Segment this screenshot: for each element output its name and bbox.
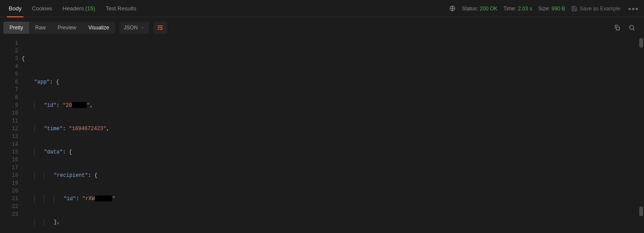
response-header-bar: Body Cookies Headers(15) Test Results St… (0, 0, 644, 17)
wrap-icon (157, 24, 164, 31)
tab-test-results[interactable]: Test Results (100, 0, 142, 17)
line-number: 19 (0, 179, 18, 187)
view-pretty[interactable]: Pretty (3, 22, 29, 34)
line-number: 11 (0, 117, 18, 125)
line-number: 3 (0, 55, 18, 63)
response-editor: 1234567891011121314151617181920212223 { … (0, 38, 644, 232)
line-number: 12 (0, 125, 18, 133)
status-code: Status: 200 OK (462, 6, 497, 12)
view-preview[interactable]: Preview (52, 22, 82, 34)
more-actions-icon[interactable]: ●●● (626, 6, 641, 12)
redacted (72, 102, 87, 108)
search-icon[interactable] (628, 24, 635, 31)
line-number: 16 (0, 156, 18, 164)
chevron-down-icon (140, 26, 145, 30)
view-visualize[interactable]: Visualize (82, 22, 115, 34)
save-as-example-button[interactable]: Save as Example (571, 6, 620, 12)
line-number: 22 (0, 203, 18, 211)
line-number: 9 (0, 102, 18, 109)
redacted (95, 195, 112, 201)
line-number: 2 (0, 47, 18, 55)
line-number: 23 (0, 211, 18, 218)
line-number: 14 (0, 140, 18, 148)
status-time: Time: 2.03 s (504, 6, 532, 12)
network-globe-icon[interactable] (449, 5, 456, 12)
editor-action-icons (614, 24, 640, 31)
line-gutter: 1234567891011121314151617181920212223 (0, 38, 22, 232)
svg-rect-1 (616, 27, 619, 30)
headers-count: (15) (85, 5, 95, 12)
line-number: 5 (0, 70, 18, 78)
line-number: 18 (0, 172, 18, 179)
tab-body[interactable]: Body (3, 0, 27, 17)
view-bar: Pretty Raw Preview Visualize JSON (0, 17, 644, 38)
response-tabs: Body Cookies Headers(15) Test Results (3, 0, 142, 17)
svg-point-2 (630, 26, 634, 29)
status-size: Size: 990 B (538, 6, 565, 12)
scrollbar-thumb-bottom[interactable] (639, 207, 643, 216)
line-number: 15 (0, 148, 18, 156)
line-number: 13 (0, 133, 18, 140)
line-number: 17 (0, 164, 18, 172)
line-number: 21 (0, 195, 18, 203)
line-number: 20 (0, 187, 18, 195)
line-number: 8 (0, 94, 18, 102)
format-select[interactable]: JSON (120, 22, 149, 34)
line-number: 6 (0, 78, 18, 86)
line-number: 7 (0, 86, 18, 94)
scrollbar-thumb-top[interactable] (639, 38, 643, 48)
copy-icon[interactable] (614, 24, 621, 31)
body-view-tabs: Pretty Raw Preview Visualize (3, 22, 115, 34)
tab-cookies[interactable]: Cookies (27, 0, 58, 17)
code-area[interactable]: { "app": { "id": "20", "time": "16946724… (22, 38, 644, 232)
tab-headers[interactable]: Headers(15) (58, 0, 100, 17)
line-number: 10 (0, 109, 18, 117)
view-raw[interactable]: Raw (29, 22, 52, 34)
wrap-lines-button[interactable] (153, 22, 167, 34)
line-number: 1 (0, 39, 18, 47)
line-number: 4 (0, 63, 18, 70)
status-area: Status: 200 OK Time: 2.03 s Size: 990 B … (449, 5, 641, 12)
